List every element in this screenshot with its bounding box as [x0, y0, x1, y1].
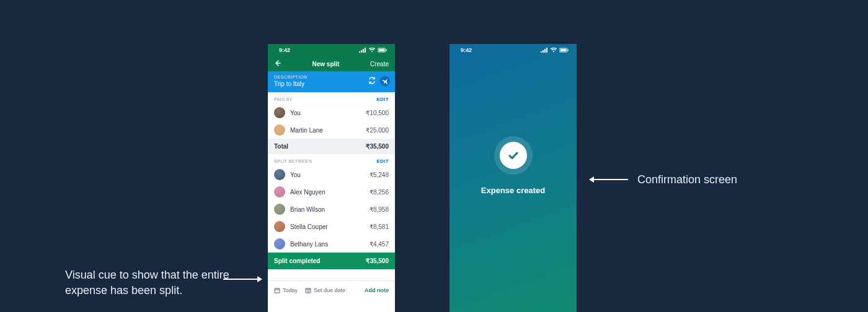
- recurring-icon[interactable]: [368, 76, 376, 86]
- svg-rect-3: [275, 288, 280, 293]
- avatar: [274, 238, 285, 249]
- split-amount: ₹5,248: [370, 171, 389, 178]
- description-section[interactable]: DESCRIPTION Trip to Italy: [268, 71, 395, 92]
- wifi-icon: [550, 48, 557, 53]
- status-icons: [541, 48, 569, 53]
- signal-icon: [541, 48, 548, 53]
- calendar-icon: [274, 287, 280, 293]
- edit-button[interactable]: EDIT: [376, 97, 389, 102]
- total-label: Total: [274, 143, 288, 150]
- new-split-screen: 9:42 New split Create DESCRIPTION Trip t…: [268, 44, 395, 312]
- confirmation-screen: 9:42 Expense created: [450, 44, 577, 312]
- status-bar: 9:42: [268, 44, 395, 56]
- wifi-icon: [368, 48, 376, 53]
- arrow-icon: [594, 179, 628, 180]
- split-name: Stella Cooper: [290, 223, 370, 230]
- split-between-header: SPLIT BETWEEN EDIT: [268, 154, 395, 166]
- date-label: Today: [283, 287, 298, 293]
- avatar: [274, 204, 285, 215]
- payer-row[interactable]: Martin Lane ₹25,000: [268, 121, 395, 139]
- back-button[interactable]: [274, 59, 281, 68]
- split-row[interactable]: You ₹5,248: [268, 166, 395, 183]
- split-name: Brian Wilson: [290, 206, 370, 213]
- split-completed-bar: Split completed ₹35,500: [268, 253, 395, 269]
- split-completed-label: Split completed: [274, 258, 320, 264]
- split-amount: ₹8,256: [370, 189, 389, 196]
- edit-button[interactable]: EDIT: [376, 158, 389, 164]
- add-note-button[interactable]: Add note: [365, 287, 389, 293]
- avatar: [274, 186, 285, 197]
- status-icons: [359, 48, 388, 53]
- avatar: [274, 107, 285, 118]
- split-row[interactable]: Bethany Lans ₹4,457: [268, 235, 395, 253]
- due-date-button[interactable]: Set due date: [305, 287, 345, 293]
- paid-by-label: PAID BY: [274, 97, 293, 102]
- footer-bar: Today Set due date Add note: [268, 280, 395, 300]
- confirmation-text: Expense created: [481, 186, 545, 195]
- annotation-left: Visual cue to show that the entire expen…: [65, 267, 239, 298]
- paid-by-header: PAID BY EDIT: [268, 92, 395, 104]
- payer-amount: ₹10,500: [366, 110, 389, 116]
- create-button[interactable]: Create: [370, 61, 389, 67]
- payer-amount: ₹25,000: [366, 127, 389, 134]
- split-completed-amount: ₹35,500: [366, 258, 389, 264]
- success-badge: [494, 136, 533, 175]
- arrow-icon: [223, 279, 257, 280]
- avatar: [274, 221, 285, 232]
- category-icon[interactable]: [380, 76, 390, 86]
- split-row[interactable]: Stella Cooper ₹8,581: [268, 218, 395, 235]
- total-amount: ₹35,500: [366, 143, 389, 150]
- checkmark-icon: [507, 149, 520, 162]
- split-name: You: [290, 171, 370, 178]
- annotation-right: Confirmation screen: [637, 172, 737, 188]
- split-between-label: SPLIT BETWEEN: [274, 159, 312, 163]
- nav-bar: New split Create: [268, 56, 395, 71]
- split-row[interactable]: Alex Nguyen ₹8,256: [268, 183, 395, 201]
- avatar: [274, 169, 285, 180]
- back-arrow-icon: [274, 59, 281, 67]
- split-amount: ₹8,958: [370, 206, 389, 213]
- total-row: Total ₹35,500: [268, 139, 395, 154]
- svg-rect-7: [568, 50, 569, 51]
- plane-icon: [382, 78, 388, 84]
- split-name: Alex Nguyen: [290, 189, 370, 196]
- signal-icon: [359, 48, 366, 53]
- svg-rect-6: [560, 49, 567, 51]
- due-date-label: Set due date: [314, 287, 345, 293]
- split-amount: ₹4,457: [370, 241, 389, 248]
- status-bar: 9:42: [450, 44, 577, 56]
- payer-name: Martin Lane: [290, 127, 366, 134]
- nav-title: New split: [312, 61, 340, 67]
- battery-icon: [378, 48, 388, 53]
- svg-rect-2: [386, 50, 387, 51]
- avatar: [274, 124, 285, 136]
- due-date-icon: [305, 287, 311, 293]
- split-amount: ₹8,581: [370, 223, 389, 230]
- date-button[interactable]: Today: [274, 287, 298, 293]
- battery-icon: [559, 48, 569, 53]
- payer-row[interactable]: You ₹10,500: [268, 104, 395, 121]
- confirmation-content: Expense created: [450, 56, 577, 312]
- split-row[interactable]: Brian Wilson ₹8,958: [268, 201, 395, 218]
- status-time: 9:42: [279, 47, 290, 53]
- svg-rect-1: [379, 49, 385, 51]
- split-name: Bethany Lans: [290, 241, 370, 248]
- status-time: 9:42: [461, 47, 472, 53]
- payer-name: You: [290, 110, 366, 116]
